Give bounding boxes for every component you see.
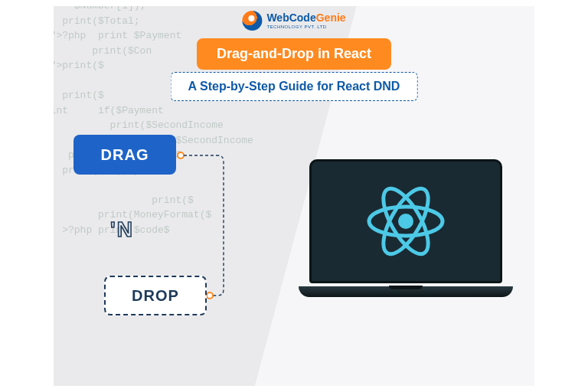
laptop-screen xyxy=(309,159,502,283)
svg-point-0 xyxy=(178,152,184,158)
hero-title: Drag-and-Drop in React xyxy=(197,38,391,70)
laptop-illustration xyxy=(299,159,513,305)
logo-mark-icon xyxy=(242,11,262,31)
hero-graphic: $Number[1]); print($Total; "2">?php prin… xyxy=(54,6,534,386)
drop-label-box: DROP xyxy=(104,276,207,315)
logo-wordmark: WebCodeGenie xyxy=(266,12,345,23)
logo-tagline: TECHNOLOGY PVT. LTD xyxy=(266,24,345,29)
laptop-notch xyxy=(389,286,423,289)
brand-logo: WebCodeGenie TECHNOLOGY PVT. LTD xyxy=(242,11,345,31)
hero-subtitle: A Step-by-Step Guide for React DND xyxy=(171,72,418,101)
svg-point-1 xyxy=(207,292,213,299)
drag-label-box: DRAG xyxy=(74,135,176,175)
svg-point-2 xyxy=(398,214,413,229)
n-connector-label: 'N xyxy=(110,217,134,242)
react-logo-icon xyxy=(360,175,452,267)
